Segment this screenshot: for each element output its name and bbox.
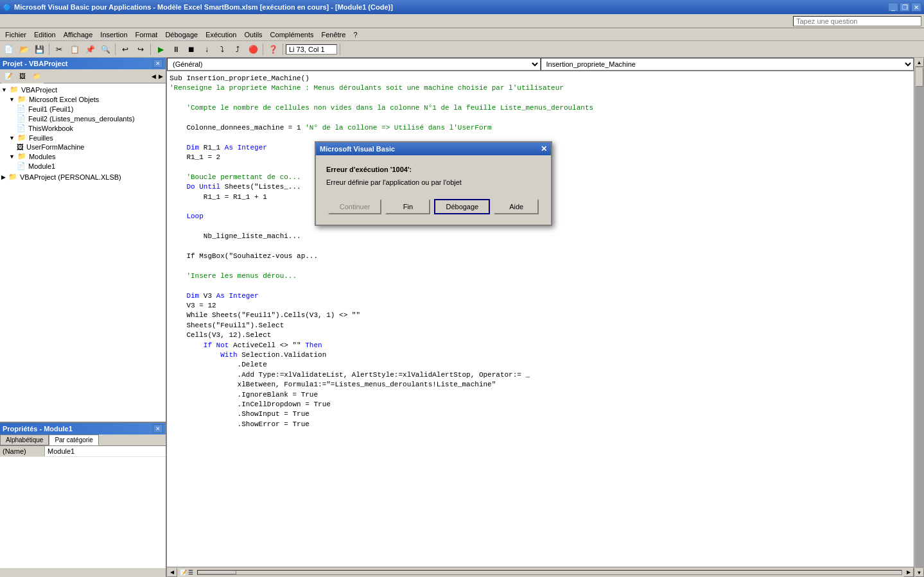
dialog-title: Microsoft Visual Basic: [320, 145, 395, 153]
dialog-overlay: Microsoft Visual Basic ✕ Erreur d'exécut…: [0, 0, 924, 577]
dialog-error-title: Erreur d'exécution '1004':: [326, 166, 541, 173]
dialog-close-button[interactable]: ✕: [541, 144, 547, 153]
dialog-content: Erreur d'exécution '1004': Erreur défini…: [316, 155, 551, 225]
dialog-continuer-button[interactable]: Continuer: [328, 199, 382, 214]
dialog-error-message: Erreur définie par l'application ou par …: [326, 178, 541, 186]
dialog-buttons: Continuer Fin Débogage Aide: [326, 199, 541, 214]
dialog-aide-button[interactable]: Aide: [494, 199, 539, 214]
dialog-title-bar: Microsoft Visual Basic ✕: [316, 142, 551, 155]
dialog-fin-button[interactable]: Fin: [385, 199, 430, 214]
dialog-box: Microsoft Visual Basic ✕ Erreur d'exécut…: [315, 141, 552, 226]
dialog-debogage-button[interactable]: Débogage: [434, 199, 490, 214]
